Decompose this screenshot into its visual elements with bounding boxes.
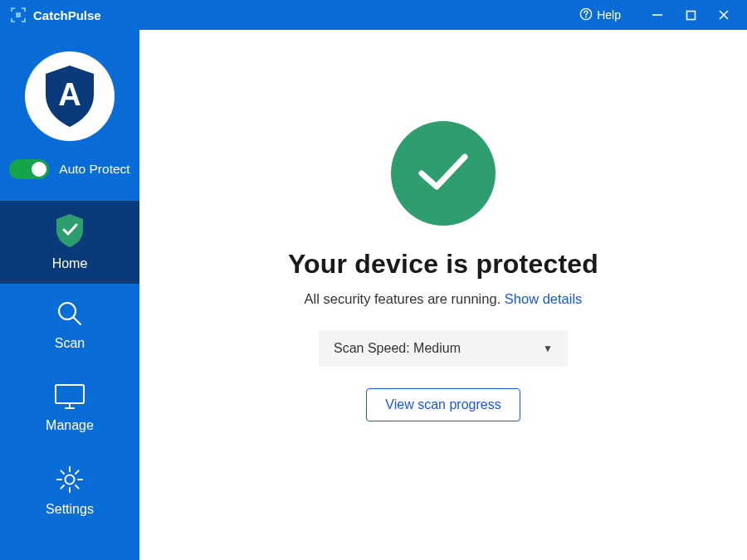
scan-speed-label: Scan Speed: Medium — [334, 341, 461, 356]
avatar-letter: A — [58, 77, 81, 112]
window-maximize-button[interactable] — [674, 0, 707, 30]
brand-logo-icon — [10, 7, 27, 23]
shield-check-icon — [55, 213, 85, 248]
sidebar: A Auto Protect — [0, 30, 139, 560]
view-scan-progress-button[interactable]: View scan progress — [366, 388, 520, 421]
window-close-button[interactable] — [707, 0, 740, 30]
monitor-icon — [54, 383, 85, 410]
main-content: Your device is protected All security fe… — [139, 30, 747, 560]
avatar-shield-icon: A — [42, 64, 97, 129]
sidebar-item-label: Settings — [46, 502, 94, 517]
sidebar-item-label: Home — [52, 256, 88, 271]
close-icon — [718, 9, 730, 21]
auto-protect-row: Auto Protect — [9, 159, 129, 179]
svg-line-8 — [74, 318, 81, 324]
svg-point-2 — [585, 16, 587, 17]
sidebar-item-home[interactable]: Home — [0, 201, 139, 284]
svg-point-7 — [59, 303, 76, 319]
svg-point-12 — [66, 475, 75, 485]
help-icon — [579, 7, 593, 23]
svg-rect-0 — [16, 12, 21, 17]
svg-line-20 — [61, 485, 64, 489]
sidebar-item-label: Manage — [46, 418, 94, 433]
product-name: CatchPulse — [33, 8, 101, 22]
protection-status-badge — [391, 121, 496, 226]
search-icon — [56, 299, 84, 328]
avatar: A — [25, 51, 115, 141]
app-window: CatchPulse Help — [0, 0, 747, 560]
help-button[interactable]: Help — [579, 7, 621, 23]
auto-protect-label: Auto Protect — [59, 162, 129, 177]
auto-protect-toggle[interactable] — [9, 159, 49, 179]
svg-rect-9 — [56, 385, 84, 403]
protection-status-headline: Your device is protected — [288, 249, 598, 280]
checkmark-icon — [415, 150, 471, 197]
svg-line-17 — [61, 470, 64, 474]
sidebar-item-scan[interactable]: Scan — [0, 284, 139, 367]
minimize-icon — [652, 9, 663, 21]
sidebar-item-label: Scan — [55, 336, 85, 351]
sidebar-item-manage[interactable]: Manage — [0, 367, 139, 450]
protection-status-subline: All security features are running. Show … — [305, 291, 583, 307]
subline-text: All security features are running. — [305, 291, 505, 306]
sidebar-item-settings[interactable]: Settings — [0, 450, 139, 533]
titlebar: CatchPulse Help — [0, 0, 747, 30]
sidebar-nav: Home Scan — [0, 201, 139, 533]
brand: CatchPulse — [10, 7, 101, 23]
gear-icon — [56, 465, 84, 494]
chevron-down-icon: ▼ — [543, 343, 553, 354]
svg-line-19 — [76, 470, 79, 474]
svg-rect-4 — [686, 11, 695, 19]
help-label: Help — [597, 8, 621, 22]
toggle-knob — [32, 162, 46, 177]
show-details-link[interactable]: Show details — [505, 291, 583, 306]
maximize-icon — [686, 10, 696, 21]
window-minimize-button[interactable] — [641, 0, 674, 30]
scan-speed-dropdown[interactable]: Scan Speed: Medium ▼ — [319, 330, 568, 367]
svg-line-18 — [76, 485, 79, 489]
